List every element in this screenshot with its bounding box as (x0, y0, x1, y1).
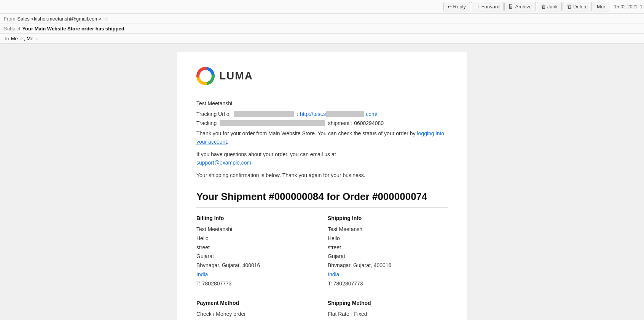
luma-brand-name: LUMA (219, 70, 253, 82)
archive-button[interactable]: 🗄 Archive (504, 2, 536, 11)
reply-icon: ↩ (448, 4, 452, 10)
forward-label: Forward (481, 4, 500, 10)
delete-icon: 🗑 (567, 4, 572, 10)
tracking-url-link[interactable]: http://test.s .com/ (300, 111, 378, 117)
tracking-url-line: Tracking Url of : http://test.s .com/ (196, 111, 448, 117)
billing-phone: T: 7802807773 (196, 279, 316, 288)
delete-label: Delete (573, 4, 588, 10)
tracking-number-line: Tracking shipment : 0600294080 (196, 120, 448, 126)
payment-grid: Payment Method Check / Money order Shipp… (196, 300, 448, 319)
luma-logo: LUMA (196, 67, 448, 85)
shipping-method-value: Flat Rate - Fixed (328, 310, 448, 319)
to-label: To (4, 36, 9, 41)
billing-line1: Hello (196, 234, 316, 243)
billing-line4: Bhvnagar, Gujarat, 400016 (196, 261, 316, 270)
tracking-number: 0600294080 (354, 120, 384, 126)
divider (196, 207, 448, 208)
archive-label: Archive (515, 4, 531, 10)
shipping-country: India (328, 270, 448, 279)
billing-name: Test Meetanshi (196, 225, 316, 234)
support-email-link[interactable]: support@example.com (196, 160, 251, 166)
payment-method-label: Payment Method (196, 300, 316, 306)
email-body: LUMA Test Meetanshi, Tracking Url of : h… (0, 44, 644, 320)
shipping-method-section: Shipping Method Flat Rate - Fixed (328, 300, 448, 319)
shipping-name: Test Meetanshi (328, 225, 448, 234)
from-value: Sales <kishor.meetanshi@gmail.com> (17, 16, 101, 22)
forward-button[interactable]: → Forward (471, 2, 504, 11)
shipping-line3: Gujarat (328, 252, 448, 261)
subject-row: Subject Your Main Website Store order ha… (0, 24, 644, 34)
reply-button[interactable]: ↩ Reply (443, 2, 470, 11)
billing-info-label: Billing Info (196, 215, 316, 221)
payment-method-value: Check / Money order (196, 310, 316, 319)
more-button[interactable]: Mor (593, 2, 609, 11)
billing-section: Billing Info Test Meetanshi Hello street… (196, 215, 316, 288)
info-grid: Billing Info Test Meetanshi Hello street… (196, 215, 448, 288)
from-row: From Sales <kishor.meetanshi@gmail.com> … (0, 14, 644, 24)
body-text-1: Thank you for your order from Main Websi… (196, 129, 448, 146)
delete-button[interactable]: 🗑 Delete (563, 2, 592, 11)
body-text-3: Your shipping confirmation is below. Tha… (196, 171, 448, 179)
reply-label: Reply (453, 4, 466, 10)
shipping-info-label: Shipping Info (328, 215, 448, 221)
billing-line2: street (196, 243, 316, 252)
shipping-method-label: Shipping Method (328, 300, 448, 306)
subject-label: Subject (4, 26, 20, 32)
junk-icon: 🗑 (541, 4, 546, 10)
shipping-line2: street (328, 243, 448, 252)
email-greeting: Test Meetanshi, (196, 100, 448, 106)
email-date: 15-02-2021, 1 (614, 4, 642, 10)
email-content: LUMA Test Meetanshi, Tracking Url of : h… (177, 52, 467, 320)
shipping-line4: Bhvnagar, Gujarat, 400016 (328, 261, 448, 270)
tracking-blurred (220, 120, 325, 126)
billing-country: India (196, 270, 316, 279)
payment-method-section: Payment Method Check / Money order (196, 300, 316, 319)
shipping-section: Shipping Info Test Meetanshi Hello stree… (328, 215, 448, 288)
more-label: Mor (597, 4, 605, 10)
from-label: From (4, 16, 15, 22)
billing-line3: Gujarat (196, 252, 316, 261)
tracking-shipment-label: shipment : (328, 120, 353, 126)
shipping-phone: T: 7802807773 (328, 279, 448, 288)
forward-icon: → (475, 4, 480, 10)
tracking-url-blurred (234, 111, 294, 117)
archive-icon: 🗄 (509, 4, 513, 10)
from-star[interactable]: ☆ (104, 16, 109, 22)
to-row: To Me ☆, Me ☆ (0, 34, 644, 44)
junk-label: Junk (547, 4, 558, 10)
subject-value: Your Main Website Store order has shippe… (22, 26, 124, 32)
to-value: Me ☆, Me ☆ (11, 36, 40, 41)
shipment-heading: Your Shipment #000000084 for Order #0000… (196, 191, 448, 203)
tracking-number-label: Tracking (196, 120, 217, 126)
tracking-url-label: Tracking Url of (196, 111, 231, 117)
shipping-line1: Hello (328, 234, 448, 243)
junk-button[interactable]: 🗑 Junk (537, 2, 562, 11)
body-text-2: If you have questions about your order, … (196, 150, 448, 167)
